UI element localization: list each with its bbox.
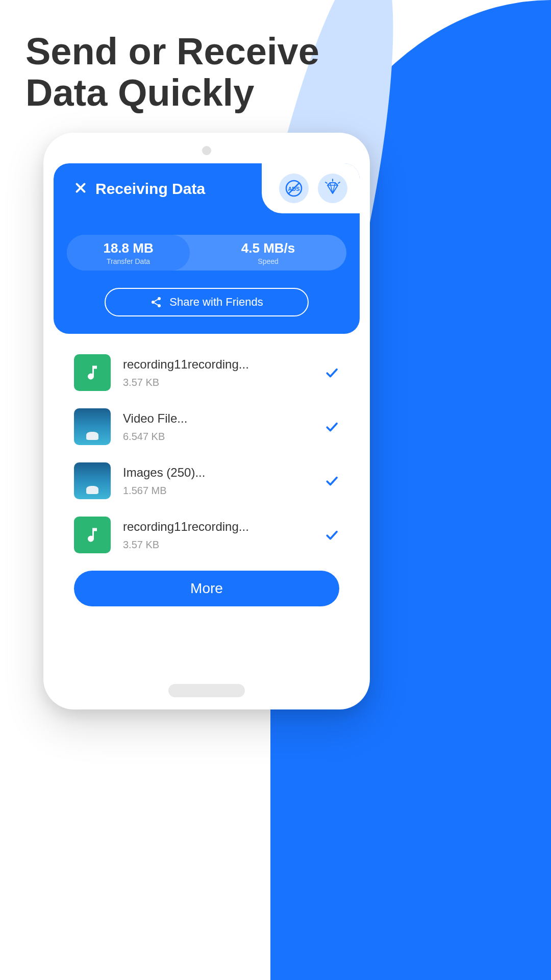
- file-name: recording11recording...: [123, 520, 312, 534]
- close-icon[interactable]: [74, 181, 87, 197]
- svg-point-9: [152, 301, 155, 304]
- svg-line-11: [155, 300, 158, 302]
- audio-file-icon: [74, 354, 111, 391]
- file-size: 6.547 KB: [123, 431, 312, 443]
- file-name: recording11recording...: [123, 357, 312, 372]
- checkmark-icon: [324, 527, 339, 543]
- checkmark-icon: [324, 365, 339, 380]
- svg-point-10: [158, 304, 161, 307]
- headline: Send or Receive Data Quickly: [26, 31, 319, 114]
- speed-value: 4.5 MB/s: [241, 240, 295, 256]
- video-file-thumbnail: [74, 408, 111, 445]
- image-file-thumbnail: [74, 462, 111, 499]
- file-info: Images (250)... 1.567 MB: [123, 465, 312, 497]
- svg-point-8: [158, 297, 161, 300]
- svg-line-7: [338, 182, 340, 183]
- no-ads-badge[interactable]: ADS: [279, 174, 309, 203]
- more-button[interactable]: More: [74, 571, 339, 606]
- app-screen: Receiving Data ADS: [54, 163, 360, 674]
- file-size: 3.57 KB: [123, 539, 312, 551]
- checkmark-icon: [324, 473, 339, 488]
- phone-frame: Receiving Data ADS: [43, 133, 370, 709]
- phone-camera-dot: [202, 146, 211, 155]
- file-size: 1.567 MB: [123, 485, 312, 497]
- list-item[interactable]: recording11recording... 3.57 KB: [74, 517, 339, 553]
- svg-line-12: [155, 303, 158, 305]
- file-info: Video File... 6.547 KB: [123, 411, 312, 443]
- page-title: Receiving Data: [95, 180, 205, 198]
- title-row: Receiving Data: [54, 180, 205, 198]
- header-badges: ADS: [262, 163, 360, 213]
- list-item[interactable]: Video File... 6.547 KB: [74, 408, 339, 445]
- transfer-data-stat: 18.8 MB Transfer Data: [67, 235, 190, 271]
- file-list: recording11recording... 3.57 KB Video Fi…: [54, 334, 360, 553]
- speed-label: Speed: [258, 257, 278, 265]
- phone-home-indicator: [168, 684, 245, 697]
- headline-line-2: Data Quickly: [26, 72, 319, 113]
- file-name: Images (250)...: [123, 465, 312, 480]
- share-button-label: Share with Friends: [169, 296, 263, 309]
- list-item[interactable]: recording11recording... 3.57 KB: [74, 354, 339, 391]
- transfer-stats: 18.8 MB Transfer Data 4.5 MB/s Speed: [67, 235, 346, 271]
- audio-file-icon: [74, 517, 111, 553]
- file-info: recording11recording... 3.57 KB: [123, 520, 312, 551]
- header-top-row: Receiving Data ADS: [54, 163, 360, 214]
- file-size: 3.57 KB: [123, 377, 312, 388]
- share-with-friends-button[interactable]: Share with Friends: [105, 288, 309, 316]
- list-item[interactable]: Images (250)... 1.567 MB: [74, 462, 339, 499]
- transfer-value: 18.8 MB: [103, 240, 153, 256]
- checkmark-icon: [324, 419, 339, 434]
- speed-stat: 4.5 MB/s Speed: [190, 240, 346, 265]
- share-icon: [150, 296, 162, 308]
- svg-line-6: [325, 182, 327, 183]
- file-name: Video File...: [123, 411, 312, 426]
- header-card: Receiving Data ADS: [54, 163, 360, 334]
- file-info: recording11recording... 3.57 KB: [123, 357, 312, 388]
- transfer-label: Transfer Data: [107, 257, 150, 265]
- more-button-label: More: [190, 580, 223, 597]
- diamond-icon: [322, 178, 343, 199]
- premium-diamond-badge[interactable]: [318, 174, 347, 203]
- headline-line-1: Send or Receive: [26, 31, 319, 72]
